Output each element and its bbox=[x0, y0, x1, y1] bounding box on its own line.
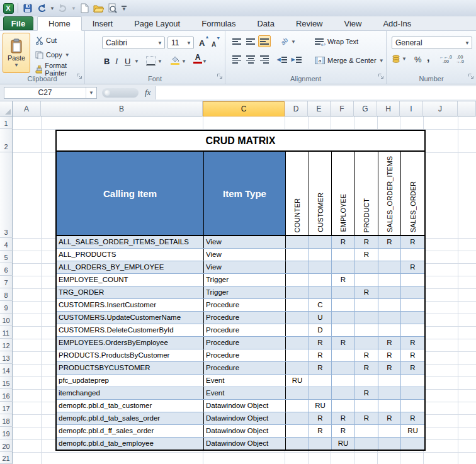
crud-cell[interactable] bbox=[332, 400, 355, 412]
crud-cell[interactable]: R bbox=[401, 362, 424, 374]
crud-cell[interactable] bbox=[286, 274, 309, 286]
crud-cell[interactable] bbox=[286, 438, 309, 450]
crud-cell[interactable]: R bbox=[378, 362, 401, 374]
print-preview-icon[interactable] bbox=[106, 3, 118, 14]
crud-cell[interactable]: RU bbox=[286, 375, 309, 387]
calling-item-cell[interactable]: PRODUCTSBYCUSTOMER bbox=[57, 362, 204, 374]
crud-cell[interactable]: R bbox=[309, 349, 332, 361]
crud-cell[interactable]: R bbox=[401, 236, 424, 248]
crud-cell[interactable] bbox=[332, 261, 355, 273]
column-header-f[interactable]: F bbox=[331, 101, 354, 116]
calling-item-cell[interactable]: ALL_SALES_ORDER_ITEMS_DETAILS bbox=[57, 236, 204, 248]
crud-cell[interactable] bbox=[286, 286, 309, 298]
tab-home[interactable]: Home bbox=[37, 16, 82, 31]
calling-item-cell[interactable]: TRG_ORDER bbox=[57, 286, 204, 298]
row-header-4[interactable]: 4 bbox=[0, 238, 13, 251]
crud-cell[interactable] bbox=[286, 249, 309, 261]
crud-cell[interactable] bbox=[286, 299, 309, 311]
crud-cell[interactable] bbox=[332, 286, 355, 298]
item-type-cell[interactable]: Procedure bbox=[204, 349, 286, 361]
crud-cell[interactable]: R bbox=[332, 412, 355, 424]
item-type-cell[interactable]: Event bbox=[204, 387, 286, 399]
calling-item-cell[interactable]: CUSTOMERS.DeleteCustomerById bbox=[57, 324, 204, 336]
crud-cell[interactable] bbox=[286, 425, 309, 437]
crud-cell[interactable]: R bbox=[332, 425, 355, 437]
column-header-i[interactable]: I bbox=[400, 101, 423, 116]
crud-cell[interactable] bbox=[378, 324, 401, 336]
top-align-button[interactable] bbox=[230, 35, 243, 47]
crud-cell[interactable] bbox=[378, 261, 401, 273]
column-header-d[interactable]: D bbox=[285, 101, 308, 116]
crud-cell[interactable] bbox=[355, 337, 378, 349]
crud-cell[interactable] bbox=[401, 274, 424, 286]
name-box[interactable]: C27 ▼ bbox=[4, 87, 97, 99]
crud-cell[interactable] bbox=[401, 324, 424, 336]
item-type-cell[interactable]: Datawindow Object bbox=[204, 425, 286, 437]
crud-cell[interactable] bbox=[378, 274, 401, 286]
crud-cell[interactable]: R bbox=[309, 337, 332, 349]
crud-cell[interactable]: C bbox=[309, 299, 332, 311]
crud-cell[interactable] bbox=[332, 324, 355, 336]
item-type-cell[interactable]: Datawindow Object bbox=[204, 412, 286, 424]
table-title[interactable]: CRUD MATRIX bbox=[57, 131, 424, 152]
crud-cell[interactable] bbox=[309, 261, 332, 273]
calling-item-cell[interactable]: EMPLOYEES.OrdersByEmployee bbox=[57, 337, 204, 349]
decrease-indent-button[interactable]: ◀ bbox=[276, 54, 288, 65]
copy-button[interactable]: Copy ▼ bbox=[35, 48, 70, 61]
percent-style-button[interactable]: % bbox=[414, 55, 422, 64]
crud-cell[interactable]: U bbox=[309, 312, 332, 324]
select-all-corner[interactable] bbox=[0, 101, 13, 116]
column-header-a[interactable]: A bbox=[13, 101, 41, 116]
crud-cell[interactable] bbox=[286, 412, 309, 424]
crud-cell[interactable] bbox=[286, 312, 309, 324]
calling-item-cell[interactable]: demopfc.pbl.d_tab_sales_order bbox=[57, 412, 204, 424]
item-type-cell[interactable]: Procedure bbox=[204, 299, 286, 311]
matrix-column-header[interactable]: SALES_ORDER_ITEMS bbox=[378, 152, 401, 235]
crud-cell[interactable] bbox=[355, 438, 378, 450]
crud-cell[interactable]: R bbox=[332, 236, 355, 248]
crud-cell[interactable] bbox=[355, 299, 378, 311]
matrix-column-header[interactable]: CUSTOMER bbox=[309, 152, 332, 235]
tab-page-layout[interactable]: Page Layout bbox=[123, 16, 191, 31]
item-type-cell[interactable]: Event bbox=[204, 375, 286, 387]
crud-cell[interactable] bbox=[332, 249, 355, 261]
row-header-7[interactable]: 7 bbox=[0, 276, 13, 288]
row-header-21[interactable]: 21 bbox=[0, 452, 13, 464]
crud-cell[interactable]: D bbox=[309, 324, 332, 336]
calling-item-cell[interactable]: pfc_updateprep bbox=[57, 375, 204, 387]
merge-dropdown-icon[interactable]: ▼ bbox=[379, 58, 384, 64]
font-name-combo[interactable]: Calibri▼ bbox=[102, 37, 165, 49]
row-header-16[interactable]: 16 bbox=[0, 389, 13, 402]
crud-cell[interactable] bbox=[378, 438, 401, 450]
crud-cell[interactable]: R bbox=[309, 362, 332, 374]
item-type-header[interactable]: Item Type bbox=[204, 152, 286, 235]
crud-cell[interactable]: R bbox=[378, 337, 401, 349]
crud-cell[interactable] bbox=[332, 362, 355, 374]
crud-cell[interactable]: R bbox=[355, 362, 378, 374]
crud-cell[interactable]: R bbox=[378, 236, 401, 248]
item-type-cell[interactable]: Trigger bbox=[204, 274, 286, 286]
row-header-3[interactable]: 3 bbox=[0, 152, 13, 238]
crud-cell[interactable] bbox=[286, 400, 309, 412]
crud-cell[interactable]: R bbox=[401, 412, 424, 424]
crud-cell[interactable] bbox=[355, 274, 378, 286]
item-type-cell[interactable]: Datawindow Object bbox=[204, 400, 286, 412]
crud-cell[interactable] bbox=[401, 286, 424, 298]
crud-cell[interactable] bbox=[378, 375, 401, 387]
crud-cell[interactable] bbox=[309, 236, 332, 248]
crud-cell[interactable] bbox=[401, 375, 424, 387]
clipboard-dialog-launcher-icon[interactable] bbox=[76, 71, 82, 82]
row-header-13[interactable]: 13 bbox=[0, 351, 13, 364]
calling-item-cell[interactable]: PRODUCTS.ProductsByCustomer bbox=[57, 349, 204, 361]
undo-dropdown-icon[interactable]: ▼ bbox=[50, 6, 55, 11]
accounting-dropdown-icon[interactable]: ▼ bbox=[402, 56, 407, 62]
alignment-dialog-launcher-icon[interactable] bbox=[378, 71, 384, 82]
bold-button[interactable]: B bbox=[104, 55, 110, 67]
column-header-b[interactable]: B bbox=[41, 101, 203, 116]
row-header-5[interactable]: 5 bbox=[0, 251, 13, 263]
row-header-2[interactable]: 2 bbox=[0, 129, 13, 152]
crud-cell[interactable]: R bbox=[355, 387, 378, 399]
underline-dropdown-icon[interactable]: ▼ bbox=[134, 59, 139, 64]
crud-cell[interactable] bbox=[332, 349, 355, 361]
font-color-dropdown-icon[interactable]: ▼ bbox=[202, 59, 207, 64]
